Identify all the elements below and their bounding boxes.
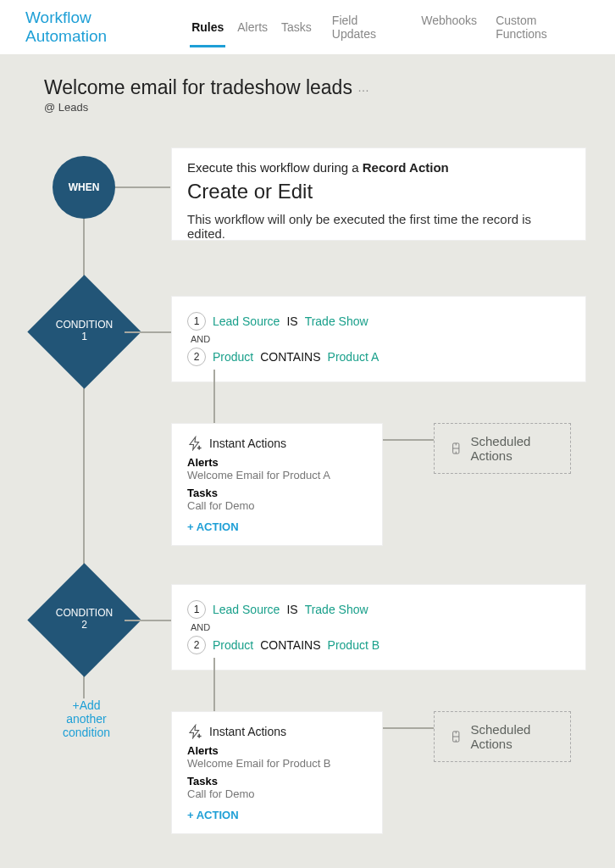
connector-line (383, 727, 434, 729)
add-action-button[interactable]: + ACTION (187, 809, 367, 821)
tab-rules[interactable]: Rules (190, 15, 225, 39)
rule-number: 2 (187, 636, 206, 654)
when-node: WHEN (53, 156, 115, 219)
rule-row: 2 Product CONTAINS Product B (187, 636, 570, 654)
rule-op: IS (286, 314, 297, 328)
more-menu-icon[interactable]: … (357, 81, 370, 94)
rule-number: 2 (187, 348, 206, 366)
tab-alerts[interactable]: Alerts (235, 15, 269, 39)
trigger-value: Create or Edit (187, 180, 570, 203)
rule-value: Product B (328, 638, 380, 652)
brand-title: Workflow Automation (25, 8, 173, 46)
connector-line (213, 370, 215, 425)
lightning-icon: + (187, 724, 202, 739)
svg-text:+: + (197, 732, 202, 740)
module-subtitle: @ Leads (44, 101, 571, 114)
instant-actions-panel-2[interactable]: + Instant Actions Alerts Welcome Email f… (171, 711, 383, 834)
trigger-context: Execute this workflow during a Record Ac… (187, 160, 570, 175)
trigger-panel[interactable]: Execute this workflow during a Record Ac… (171, 147, 586, 241)
alerts-label: Alerts (187, 744, 367, 757)
alert-item[interactable]: Welcome Email for Product B (187, 757, 367, 770)
connector-line (125, 331, 171, 333)
rule-row: 1 Lead Source IS Trade Show (187, 600, 570, 619)
scheduled-actions-label: Scheduled Actions (471, 722, 555, 751)
instant-actions-title: Instant Actions (209, 437, 286, 450)
connector-line (125, 620, 171, 621)
rule-number: 1 (187, 312, 206, 331)
condition-panel-2[interactable]: 1 Lead Source IS Trade Show AND 2 Produc… (171, 584, 586, 670)
rule-number: 1 (187, 600, 206, 619)
when-label: WHEN (69, 181, 100, 193)
tasks-label: Tasks (187, 775, 367, 787)
timer-icon (450, 441, 463, 456)
nav-tabs-right: Field Updates Webhooks Custom Functions (330, 8, 590, 46)
svg-text:+: + (197, 444, 202, 452)
page: Welcome email for tradeshow leads … @ Le… (0, 54, 615, 868)
top-nav: Workflow Automation Rules Alerts Tasks F… (0, 0, 615, 54)
tasks-label: Tasks (187, 487, 367, 499)
connector-line (383, 439, 434, 441)
rule-op: IS (286, 603, 297, 616)
condition-label-1: CONDITION 1 (44, 319, 125, 342)
rule-joiner: AND (191, 334, 570, 344)
task-item[interactable]: Call for Demo (187, 499, 367, 512)
alert-item[interactable]: Welcome Email for Product A (187, 469, 367, 481)
tab-field-updates[interactable]: Field Updates (330, 8, 404, 46)
add-action-button[interactable]: + ACTION (187, 520, 367, 533)
scheduled-actions-label: Scheduled Actions (471, 434, 555, 463)
workflow-canvas: WHEN Execute this workflow during a Reco… (44, 139, 571, 868)
tab-custom-functions[interactable]: Custom Functions (494, 8, 590, 46)
nav-tabs-left: Rules Alerts Tasks (190, 15, 313, 39)
workflow-title: Welcome email for tradeshow leads (44, 76, 352, 99)
lightning-icon: + (187, 436, 202, 451)
rule-op: CONTAINS (260, 350, 320, 364)
task-item[interactable]: Call for Demo (187, 787, 367, 800)
connector-line (213, 658, 215, 713)
rule-value: Trade Show (305, 314, 368, 328)
scheduled-actions-1[interactable]: Scheduled Actions (434, 423, 571, 474)
connector-line (115, 186, 170, 188)
alerts-label: Alerts (187, 456, 367, 469)
add-condition-button[interactable]: +Add another condition (53, 698, 120, 739)
rule-op: CONTAINS (260, 638, 320, 652)
trigger-note: This workflow will only be executed the … (187, 212, 570, 241)
rule-value: Product A (328, 350, 380, 364)
rule-field: Lead Source (213, 314, 280, 328)
rule-field: Product (213, 350, 253, 364)
condition-panel-1[interactable]: 1 Lead Source IS Trade Show AND 2 Produc… (171, 296, 586, 382)
scheduled-actions-2[interactable]: Scheduled Actions (434, 711, 571, 762)
rule-row: 1 Lead Source IS Trade Show (187, 312, 570, 331)
rule-joiner: AND (191, 622, 570, 632)
tab-webhooks[interactable]: Webhooks (419, 8, 479, 46)
rule-field: Lead Source (213, 603, 280, 616)
timer-icon (450, 729, 463, 744)
tab-tasks[interactable]: Tasks (280, 15, 313, 39)
rule-value: Trade Show (305, 603, 368, 616)
rule-row: 2 Product CONTAINS Product A (187, 348, 570, 366)
instant-actions-title: Instant Actions (209, 725, 286, 738)
condition-label-2: CONDITION 2 (44, 607, 125, 631)
instant-actions-panel-1[interactable]: + Instant Actions Alerts Welcome Email f… (171, 423, 383, 546)
rule-field: Product (213, 638, 253, 652)
